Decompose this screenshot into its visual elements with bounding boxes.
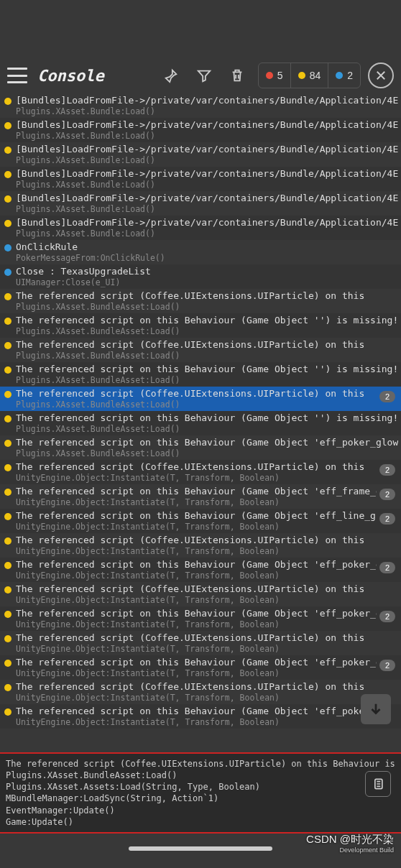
warn-dot-icon [298, 72, 305, 79]
warn-dot-icon [4, 708, 11, 716]
log-trace: Plugins.XAsset.BundleAsset:Load() [16, 375, 398, 385]
menu-icon[interactable] [7, 68, 27, 83]
log-message: The referenced script on this Behaviour … [16, 364, 398, 374]
info-dot-icon [4, 244, 11, 251]
detail-line: MBundleManager:LoadSync(String, Action`1… [6, 793, 395, 804]
log-message: The referenced script on this Behaviour … [16, 510, 377, 521]
log-trace: UnityEngine.Object:Instantiate(T, Transf… [16, 717, 398, 727]
log-row[interactable]: The referenced script on this Behaviour … [0, 435, 401, 460]
warn-count[interactable]: 84 [291, 63, 329, 88]
info-count[interactable]: 2 [328, 63, 360, 88]
count-badge: 2 [379, 489, 395, 500]
log-row[interactable]: The referenced script on this Behaviour … [0, 411, 401, 435]
warn-dot-icon [4, 464, 11, 471]
warn-dot-icon [4, 147, 11, 154]
log-row[interactable]: The referenced script on this Behaviour … [0, 362, 401, 387]
log-trace: Plugins.XAsset.Bundle:Load() [16, 204, 398, 214]
close-button[interactable] [368, 63, 394, 88]
log-trace: Plugins.XAsset.BundleAsset:Load() [16, 448, 398, 458]
filter-icon[interactable] [192, 63, 216, 88]
count-badge: 2 [379, 513, 395, 525]
log-trace: UnityEngine.Object:Instantiate(T, Transf… [16, 693, 398, 703]
log-row[interactable]: The referenced script (Coffee.UIExtensio… [0, 289, 401, 313]
log-message: The referenced script (Coffee.UIExtensio… [16, 461, 377, 472]
log-message: The referenced script (Coffee.UIExtensio… [16, 583, 398, 594]
warn-dot-icon [4, 611, 11, 618]
warn-dot-icon [4, 684, 11, 691]
log-trace: Plugins.XAsset.Bundle:Load() [16, 131, 398, 141]
log-row[interactable]: [Bundles]LoadFromFile->/private/var/cont… [0, 167, 401, 191]
log-message: The referenced script on this Behaviour … [16, 706, 398, 716]
log-message: [Bundles]LoadFromFile->/private/var/cont… [16, 119, 398, 130]
log-trace: UnityEngine.Object:Instantiate(T, Transf… [16, 522, 377, 532]
log-row[interactable]: The referenced script (Coffee.UIExtensio… [0, 387, 401, 411]
log-row[interactable]: The referenced script (Coffee.UIExtensio… [0, 338, 401, 362]
log-trace: UnityEngine.Object:Instantiate(T, Transf… [16, 571, 377, 581]
log-counts: 5 84 2 [258, 63, 361, 88]
warn-dot-icon [4, 489, 11, 496]
log-trace: UnityEngine.Object:Instantiate(T, Transf… [16, 473, 377, 483]
warn-dot-icon [4, 342, 11, 349]
log-row[interactable]: Close : TexasUpgradeListUIManager:Close(… [0, 264, 401, 289]
log-row[interactable]: The referenced script (Coffee.UIExtensio… [0, 460, 401, 484]
log-row[interactable]: [Bundles]LoadFromFile->/private/var/cont… [0, 142, 401, 167]
detail-line: The referenced script (Coffee.UIExtensio… [6, 758, 395, 770]
warn-dot-icon [4, 220, 11, 227]
log-message: The referenced script on this Behaviour … [16, 315, 398, 326]
warn-dot-icon [4, 586, 11, 594]
warn-dot-icon [4, 366, 11, 374]
log-row[interactable]: The referenced script on this Behaviour … [0, 606, 401, 631]
log-trace: Plugins.XAsset.Bundle:Load() [16, 106, 398, 116]
log-trace: Plugins.XAsset.Bundle:Load() [16, 155, 398, 165]
count-badge: 2 [379, 562, 395, 573]
scroll-down-button[interactable] [361, 694, 391, 724]
log-row[interactable]: [Bundles]LoadFromFile->/private/var/cont… [0, 191, 401, 216]
log-row[interactable]: The referenced script on this Behaviour … [0, 509, 401, 533]
warn-dot-icon [4, 562, 11, 569]
count-badge: 2 [379, 391, 395, 402]
warn-dot-icon [4, 440, 11, 447]
log-message: The referenced script (Coffee.UIExtensio… [16, 388, 377, 399]
log-message: [Bundles]LoadFromFile->/private/var/cont… [16, 95, 398, 106]
log-message: OnClickRule [16, 241, 398, 252]
error-dot-icon [266, 72, 273, 79]
log-row[interactable]: The referenced script on this Behaviour … [0, 313, 401, 338]
log-trace: UnityEngine.Object:Instantiate(T, Transf… [16, 619, 377, 629]
copy-button[interactable] [365, 771, 391, 797]
log-trace: Plugins.XAsset.BundleAsset:Load() [16, 351, 398, 361]
log-trace: Plugins.XAsset.BundleAsset:Load() [16, 424, 398, 434]
warn-dot-icon [4, 660, 11, 667]
log-row[interactable]: [Bundles]LoadFromFile->/private/var/cont… [0, 118, 401, 142]
log-trace: Plugins.XAsset.Bundle:Load() [16, 228, 398, 239]
log-row[interactable]: OnClickRulePokerMessageFrom:OnClickRule(… [0, 240, 401, 264]
error-count[interactable]: 5 [259, 63, 291, 88]
log-message: The referenced script on this Behaviour … [16, 412, 398, 423]
log-list[interactable]: [Bundles]LoadFromFile->/private/var/cont… [0, 93, 401, 729]
warn-dot-icon [4, 293, 11, 300]
warn-dot-icon [4, 98, 11, 105]
log-row[interactable]: The referenced script on this Behaviour … [0, 704, 401, 729]
log-row[interactable]: The referenced script (Coffee.UIExtensio… [0, 631, 401, 655]
log-message: The referenced script (Coffee.UIExtensio… [16, 290, 398, 301]
trash-icon[interactable] [225, 63, 249, 88]
log-trace: UnityEngine.Object:Instantiate(T, Transf… [16, 546, 398, 556]
log-row[interactable]: The referenced script on this Behaviour … [0, 484, 401, 509]
log-message: The referenced script on this Behaviour … [16, 486, 377, 497]
log-row[interactable]: The referenced script (Coffee.UIExtensio… [0, 680, 401, 704]
log-row[interactable]: [Bundles]LoadFromFile->/private/var/cont… [0, 216, 401, 240]
warn-dot-icon [4, 171, 11, 178]
log-row[interactable]: The referenced script on this Behaviour … [0, 655, 401, 680]
log-row[interactable]: [Bundles]LoadFromFile->/private/var/cont… [0, 93, 401, 118]
pin-icon[interactable] [159, 63, 183, 88]
log-message: [Bundles]LoadFromFile->/private/var/cont… [16, 168, 398, 179]
log-trace: UnityEngine.Object:Instantiate(T, Transf… [16, 668, 377, 678]
log-row[interactable]: The referenced script (Coffee.UIExtensio… [0, 582, 401, 606]
log-message: The referenced script on this Behaviour … [16, 437, 398, 448]
toolbar: Console 5 84 2 [0, 57, 401, 93]
home-indicator [129, 846, 272, 851]
log-message: The referenced script on this Behaviour … [16, 657, 377, 668]
log-message: [Bundles]LoadFromFile->/private/var/cont… [16, 193, 398, 203]
log-row[interactable]: The referenced script (Coffee.UIExtensio… [0, 533, 401, 558]
log-row[interactable]: The referenced script on this Behaviour … [0, 558, 401, 582]
log-trace: UnityEngine.Object:Instantiate(T, Transf… [16, 497, 377, 507]
